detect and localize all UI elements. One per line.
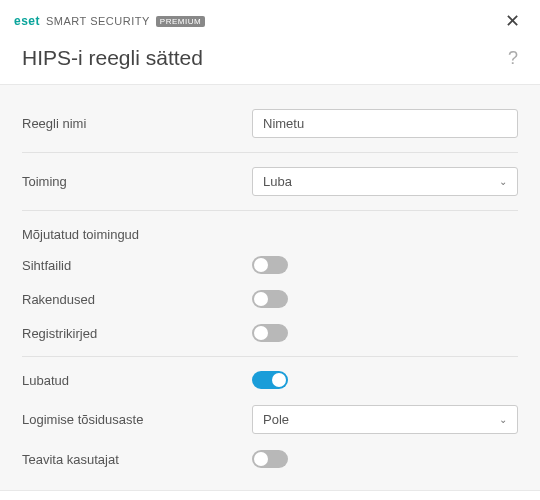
- action-label: Toiming: [22, 174, 252, 189]
- applications-label: Rakendused: [22, 292, 252, 307]
- brand-logo: eset: [14, 14, 40, 28]
- chevron-down-icon: ⌄: [499, 414, 507, 425]
- enabled-toggle[interactable]: [252, 371, 288, 389]
- applications-toggle[interactable]: [252, 290, 288, 308]
- page-title: HIPS-i reegli sätted: [22, 46, 203, 70]
- brand-area: eset SMART SECURITY PREMIUM: [14, 14, 205, 28]
- target-files-toggle[interactable]: [252, 256, 288, 274]
- enabled-label: Lubatud: [22, 373, 252, 388]
- chevron-down-icon: ⌄: [499, 176, 507, 187]
- logging-selected-value: Pole: [263, 412, 289, 427]
- rule-name-label: Reegli nimi: [22, 116, 252, 131]
- rule-name-input[interactable]: [252, 109, 518, 138]
- close-icon[interactable]: ✕: [499, 8, 526, 34]
- help-icon[interactable]: ?: [508, 48, 518, 69]
- action-select[interactable]: Luba ⌄: [252, 167, 518, 196]
- logging-label: Logimise tõsidusaste: [22, 412, 252, 427]
- premium-badge: PREMIUM: [156, 16, 205, 27]
- notify-user-label: Teavita kasutajat: [22, 452, 252, 467]
- registry-toggle[interactable]: [252, 324, 288, 342]
- affected-ops-heading: Mõjutatud toimingud: [22, 217, 518, 248]
- brand-product: SMART SECURITY: [46, 15, 150, 27]
- logging-select[interactable]: Pole ⌄: [252, 405, 518, 434]
- notify-user-toggle[interactable]: [252, 450, 288, 468]
- action-selected-value: Luba: [263, 174, 292, 189]
- target-files-label: Sihtfailid: [22, 258, 252, 273]
- registry-label: Registrikirjed: [22, 326, 252, 341]
